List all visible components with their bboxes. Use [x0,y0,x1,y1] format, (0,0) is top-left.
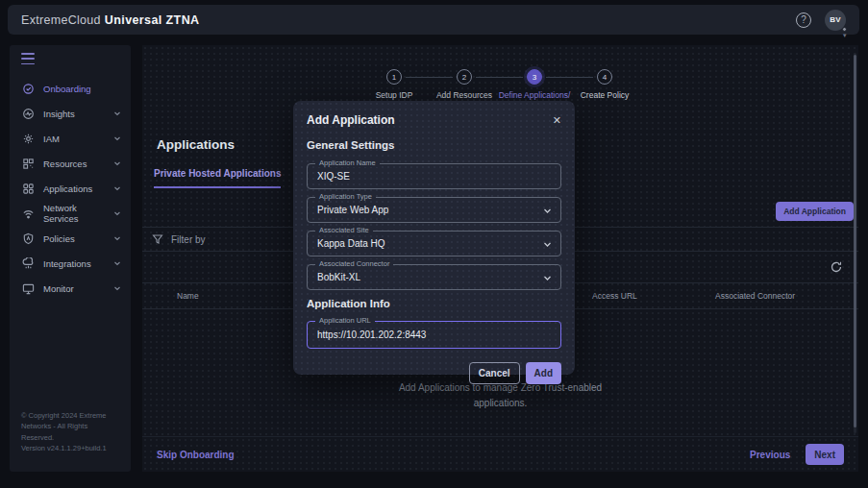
resources-icon [22,158,35,170]
associated-site-select[interactable]: Associated Site [307,231,561,256]
field-label: Application URL [315,316,375,325]
app-header: ExtremeCloudUniversal ZTNA ? BV ▼ [8,5,859,35]
application-url-input[interactable] [308,322,560,348]
chevron-down-icon [113,184,121,192]
step-2-circle[interactable]: 2 [457,69,472,85]
scrollbar-thumb[interactable] [854,55,856,427]
page-title: Applications [157,137,235,152]
status-dot [842,27,847,32]
chevron-down-icon: ▼ [842,33,848,38]
chevron-down-icon[interactable] [543,207,552,215]
column-header-access-url: Access URL [592,291,637,301]
sidebar-item-label: Resources [43,159,87,169]
help-icon[interactable]: ? [796,12,811,28]
sidebar-item-monitor[interactable]: Monitor [10,276,131,301]
version-text: Version v24.1.1.29+build.1 [21,443,121,454]
application-name-input[interactable] [308,164,560,188]
copyright-text: © Copyright 2024 Extreme Networks - All … [21,410,121,444]
associated-site-value[interactable] [308,232,560,256]
filter-icon [152,233,163,245]
brand-bold: Universal ZTNA [105,13,200,27]
sidebar-item-label: Applications [43,183,92,194]
field-label: Associated Site [315,226,373,234]
sidebar-item-label: Insights [43,109,75,119]
sidebar-item-resources[interactable]: Resources [10,151,131,176]
sidebar-nav: Onboarding Insights IAM Resources Applic… [10,76,131,301]
chevron-down-icon [113,110,121,117]
add-application-button[interactable]: Add Application [776,202,854,221]
chevron-down-icon [113,209,121,217]
add-application-modal: Add Application ✕ General Settings Appli… [293,101,575,375]
onboarding-icon [22,83,35,95]
sidebar-item-onboarding[interactable]: Onboarding [10,76,131,101]
iam-icon [22,133,35,145]
applications-icon [22,183,35,195]
associated-connector-value[interactable] [308,265,560,289]
app-window: ExtremeCloudUniversal ZTNA ? BV ▼ Onboar… [0,0,868,488]
sidebar-footer: © Copyright 2024 Extreme Networks - All … [21,410,121,455]
sidebar-item-label: Policies [43,233,75,244]
chevron-down-icon [113,234,121,242]
cancel-button[interactable]: Cancel [469,362,520,384]
sidebar-item-label: IAM [43,134,60,144]
step-1-circle[interactable]: 1 [386,69,402,85]
next-button[interactable]: Next [806,444,844,465]
sidebar-item-policies[interactable]: Policies [10,226,131,251]
close-icon[interactable]: ✕ [553,115,561,126]
menu-icon[interactable] [21,53,35,64]
sidebar-item-network-services[interactable]: Network Services [10,201,131,226]
policies-icon [22,232,35,245]
chevron-down-icon [113,259,121,267]
tab-private-hosted-applications[interactable]: Private Hosted Applications [154,168,281,188]
brand-light: ExtremeCloud [21,13,101,27]
sidebar-item-insights[interactable]: Insights [10,101,131,126]
filter-placeholder: Filter by [171,234,206,245]
step-3-circle[interactable]: 3 [527,69,542,85]
empty-state-text: Add Applications to manage Zero Trust-en… [373,380,628,411]
sidebar-item-label: Monitor [43,283,74,294]
step-4[interactable]: 4 Create Policy [558,69,651,101]
chevron-down-icon [113,134,121,142]
chevron-down-icon [113,284,121,292]
sidebar-item-iam[interactable]: IAM [10,126,131,151]
chevron-down-icon[interactable] [543,240,552,249]
modal-title: Add Application [307,113,395,127]
avatar[interactable]: BV ▼ [825,10,846,31]
chevron-down-icon[interactable] [543,274,552,282]
network-services-icon [22,207,35,220]
sidebar-item-applications[interactable]: Applications [10,176,131,201]
avatar-initials: BV [830,15,841,24]
sidebar-item-label: Network Services [43,203,113,224]
sidebar-item-label: Onboarding [43,84,91,94]
section-general-settings: General Settings [307,139,561,151]
previous-button[interactable]: Previous [750,450,790,460]
bottom-bar: Skip Onboarding Previous Next [142,436,858,472]
skip-onboarding-button[interactable]: Skip Onboarding [157,450,235,460]
column-header-name: Name [177,291,199,301]
insights-icon [22,108,35,120]
application-url-field[interactable]: Application URL [307,321,561,349]
associated-connector-select[interactable]: Associated Connector [307,264,561,290]
sidebar-item-label: Integrations [43,258,91,269]
refresh-icon[interactable] [830,260,843,274]
sidebar: Onboarding Insights IAM Resources Applic… [10,45,131,472]
brand: ExtremeCloudUniversal ZTNA [21,13,200,27]
application-type-select[interactable]: Application Type [307,197,561,223]
chevron-down-icon [113,159,121,167]
application-name-field[interactable]: Application Name [307,163,561,189]
sidebar-item-integrations[interactable]: Integrations [10,251,131,276]
add-button[interactable]: Add [526,362,561,384]
field-label: Application Type [315,192,376,201]
column-header-associated-connector: Associated Connector [715,291,795,301]
section-application-info: Application Info [307,298,561,309]
field-label: Associated Connector [315,259,393,268]
monitor-icon [22,282,35,295]
step-4-circle[interactable]: 4 [597,69,612,85]
step-4-label: Create Policy [558,90,651,101]
application-type-value[interactable] [308,198,560,222]
scrollbar-track [854,53,856,433]
field-label: Application Name [315,159,380,167]
integrations-icon [22,257,35,270]
